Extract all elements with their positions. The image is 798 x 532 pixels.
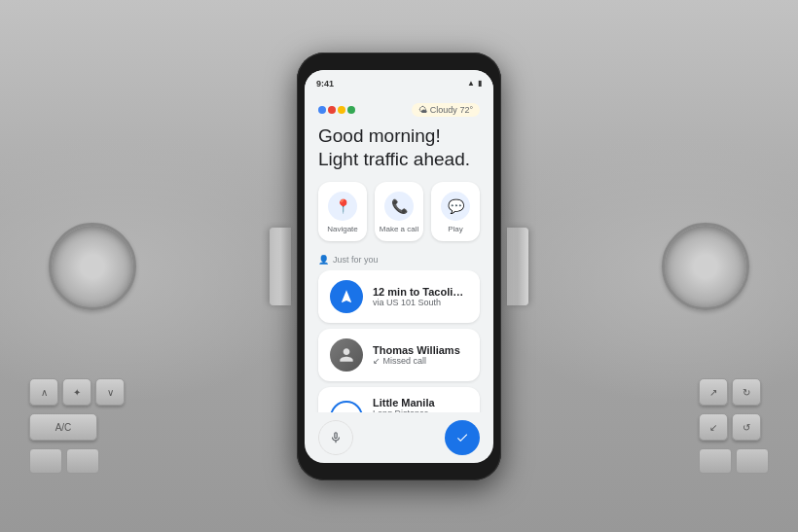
assistant-logo [318,106,355,114]
right-mid-controls: ↙ ↺ [699,413,769,441]
status-icons: ▲ ▮ [467,79,482,88]
navigate-label: Navigate [327,225,358,233]
call-label: Make a call [380,225,418,233]
contact-card[interactable]: Thomas Williams ↙ Missed call [318,329,480,381]
fan-up-btn[interactable]: ∨ [95,378,125,406]
signal-icon: ▲ [467,79,475,88]
defrost-btn[interactable] [29,448,62,474]
assistant-header: 🌤 Cloudy 72° [305,97,493,121]
call-icon: 📞 [384,192,414,221]
check-button[interactable] [445,420,480,455]
right-btn-2[interactable]: ↻ [732,378,761,406]
person-icon: 👤 [318,255,329,265]
nav-card-subtitle: via US 101 South [373,298,468,307]
right-btn-4[interactable]: ↺ [732,413,761,441]
just-for-you-section: 👤 Just for you [305,251,493,270]
music-title: Little Manila [373,397,468,408]
logo-dot-green [347,106,355,114]
navigate-button[interactable]: 📍 Navigate [318,182,367,241]
logo-dot-blue [318,106,326,114]
music-card-content: Little Manila Long Distance Resume from … [373,397,468,412]
right-top-controls: ↗ ↻ [699,378,769,406]
cards-list: 12 min to Tacolicious via US 101 South [305,270,493,412]
contact-name: Thomas Williams [373,344,468,356]
fan-down-btn[interactable]: ∧ [29,378,58,406]
left-vent [49,223,136,310]
status-time: 9:41 [316,79,334,89]
navigate-icon: 📍 [328,192,357,221]
status-bar: 9:41 ▲ ▮ [305,70,493,97]
contact-card-content: Thomas Williams ↙ Missed call [373,344,468,366]
right-sm-btn-1[interactable] [699,448,732,474]
play-button[interactable]: 💬 Play [431,182,480,241]
fan-icon-btn[interactable]: ✦ [62,378,91,406]
weather-label: Cloudy 72° [430,105,473,115]
mount-clip-right [507,228,528,305]
contact-avatar [330,338,363,372]
greeting-line2: Light traffic ahead. [318,148,480,172]
battery-icon: ▮ [478,79,482,88]
weather-badge: 🌤 Cloudy 72° [412,103,480,117]
phone-holder: 9:41 ▲ ▮ 🌤 Cloud [287,43,511,490]
right-vent [662,223,749,310]
section-label-text: Just for you [333,255,379,265]
left-top-controls: ∧ ✦ ∨ [29,378,125,406]
ac-button[interactable]: A/C [29,413,97,441]
navigation-card[interactable]: 12 min to Tacolicious via US 101 South [318,270,480,323]
play-label: Play [448,225,463,233]
music-card[interactable]: Little Manila Long Distance Resume from … [318,387,480,412]
nav-card-content: 12 min to Tacolicious via US 101 South [373,286,468,307]
contact-subtitle: ↙ Missed call [373,356,468,366]
music-play-icon [330,401,363,412]
right-btn-3[interactable]: ↙ [699,413,728,441]
weather-icon: 🌤 [418,105,427,115]
smartphone: 9:41 ▲ ▮ 🌤 Cloud [297,53,501,480]
missed-call-icon: ↙ [373,356,381,366]
bottom-bar [305,412,493,463]
call-button[interactable]: 📞 Make a call [375,182,423,241]
left-bottom-controls [29,448,125,474]
logo-dot-red [328,106,336,114]
right-bottom-controls [699,448,769,474]
right-control-panel: ↗ ↻ ↙ ↺ [699,378,769,474]
nav-card-title: 12 min to Tacolicious [373,286,468,298]
mode-btn[interactable] [66,448,99,474]
mic-button[interactable] [318,420,353,455]
car-dashboard: ∧ ✦ ∨ A/C ↗ ↻ ↙ ↺ [0,0,798,532]
left-control-panel: ∧ ✦ ∨ A/C [29,378,125,474]
section-label: 👤 Just for you [318,255,480,265]
action-buttons-row: 📍 Navigate 📞 Make a call 💬 Play [305,182,493,251]
greeting-section: Good morning! Light traffic ahead. [305,121,493,182]
phone-screen: 9:41 ▲ ▮ 🌤 Cloud [305,70,493,463]
right-sm-btn-2[interactable] [736,448,769,474]
right-btn-1[interactable]: ↗ [699,378,728,406]
logo-dot-yellow [338,106,345,114]
nav-arrow-icon [330,280,363,313]
greeting-line1: Good morning! [318,124,480,149]
mount-clip-left [270,228,291,305]
play-icon: 💬 [441,192,470,221]
missed-call-text: Missed call [383,356,427,366]
